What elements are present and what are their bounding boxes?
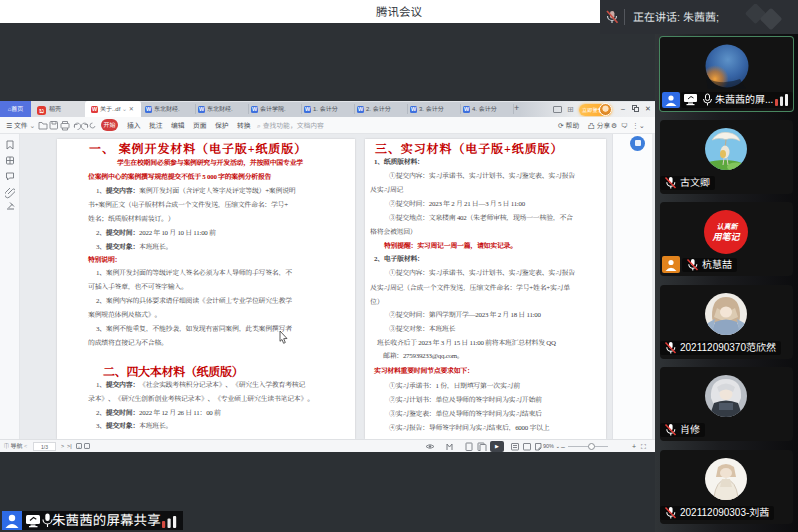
svg-text:用笔记: 用笔记	[711, 230, 740, 243]
